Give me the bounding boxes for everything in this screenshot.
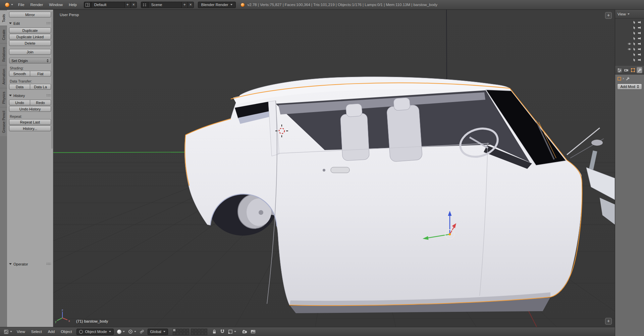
object-menu[interactable]: Object <box>58 330 74 334</box>
menu-render[interactable]: Render <box>28 3 46 7</box>
delete-scene-button[interactable]: × <box>187 2 194 8</box>
renderable-camera-icon[interactable] <box>637 36 641 40</box>
expand-properties-region-button[interactable]: + <box>605 12 612 19</box>
pivot-point-select[interactable] <box>127 329 138 335</box>
mirror-button[interactable]: Mirror <box>9 12 51 17</box>
layer-cell[interactable] <box>204 329 207 332</box>
mode-select[interactable]: Object Mode <box>76 329 113 335</box>
screen-layout-name[interactable]: Default <box>92 2 124 8</box>
selectable-cursor-icon[interactable] <box>632 47 636 51</box>
operator-panel-header[interactable]: Operator <box>9 261 51 267</box>
history-panel-header[interactable]: History <box>9 93 51 98</box>
renderable-camera-icon[interactable] <box>637 26 641 30</box>
opengl-render-anim-button[interactable] <box>249 329 257 335</box>
duplicate-linked-button[interactable]: Duplicate Linked <box>9 34 51 40</box>
outliner-item-row[interactable] <box>615 46 643 52</box>
snap-element-select[interactable] <box>227 329 237 335</box>
layer-cell[interactable] <box>198 332 201 335</box>
shelf-tab-grease-pencil[interactable]: Grease Pencil <box>0 107 7 136</box>
renderable-camera-icon[interactable] <box>637 52 641 56</box>
renderable-camera-icon[interactable] <box>637 20 641 24</box>
outliner-item-row[interactable] <box>615 52 643 57</box>
layer-cell[interactable] <box>204 332 207 335</box>
layer-cell[interactable] <box>183 332 186 335</box>
delete-screen-button[interactable]: × <box>130 2 137 8</box>
add-scene-button[interactable]: + <box>181 2 187 8</box>
layer-cell[interactable] <box>179 332 182 335</box>
outliner-item-row[interactable] <box>615 19 643 25</box>
pivot-center-toggle[interactable] <box>138 329 146 335</box>
layer-cell[interactable] <box>194 332 197 335</box>
outliner-item-row[interactable] <box>615 41 643 46</box>
layer-cell[interactable] <box>183 329 186 332</box>
screen-layout-icon[interactable] <box>84 2 92 8</box>
selectable-cursor-icon[interactable] <box>632 58 636 62</box>
join-button[interactable]: Join <box>9 49 51 55</box>
tab-object-icon[interactable] <box>630 67 636 73</box>
layer-cell[interactable] <box>191 332 194 335</box>
shelf-scrollbar[interactable] <box>51 11 53 149</box>
repeat-last-button[interactable]: Repeat Last <box>9 119 51 125</box>
renderable-camera-icon[interactable] <box>637 31 641 35</box>
outliner-item-row[interactable] <box>615 30 643 36</box>
shelf-tab-create[interactable]: Create <box>0 26 7 44</box>
viewport-shading-select[interactable] <box>116 329 126 335</box>
renderable-camera-icon[interactable] <box>637 42 641 46</box>
selectable-cursor-icon[interactable] <box>632 20 636 24</box>
transform-orientation-select[interactable]: Global <box>148 329 168 335</box>
snap-toggle[interactable] <box>219 329 226 335</box>
scene-icon[interactable] <box>141 2 149 8</box>
renderable-camera-icon[interactable] <box>637 58 641 62</box>
shade-flat-button[interactable]: Flat <box>30 71 51 77</box>
viewport-3d[interactable]: Tools Create Relations Animation Physics… <box>0 10 615 327</box>
visibility-eye-icon[interactable] <box>627 42 631 46</box>
layer-cell[interactable] <box>186 332 189 335</box>
add-menu[interactable]: Add <box>45 330 57 334</box>
data-transfer-layout-button[interactable]: Data La <box>30 84 51 90</box>
panel-grip-icon[interactable] <box>46 94 51 97</box>
selectable-cursor-icon[interactable] <box>632 42 636 46</box>
menu-window[interactable]: Window <box>46 3 66 7</box>
tab-modifiers-icon[interactable] <box>637 67 642 73</box>
undo-history-button[interactable]: Undo History <box>9 106 51 112</box>
redo-button[interactable]: Redo <box>30 100 51 105</box>
panel-grip-icon[interactable] <box>46 262 51 266</box>
opengl-render-button[interactable] <box>241 329 249 335</box>
selectable-cursor-icon[interactable] <box>632 52 636 56</box>
outliner-item-row[interactable] <box>615 57 643 62</box>
menu-file[interactable]: File <box>15 3 28 7</box>
layer-cell[interactable] <box>191 329 194 332</box>
layer-cell[interactable] <box>179 329 182 332</box>
shelf-tab-relations[interactable]: Relations <box>0 43 7 65</box>
undo-button[interactable]: Undo <box>9 100 30 105</box>
outliner-item-row[interactable] <box>615 25 643 30</box>
duplicate-button[interactable]: Duplicate <box>9 28 51 33</box>
properties-editor-type-icon[interactable] <box>617 67 623 73</box>
view-menu[interactable]: View <box>14 330 28 334</box>
selectable-cursor-icon[interactable] <box>632 26 636 30</box>
delete-button[interactable]: Delete <box>9 40 51 46</box>
scene-name[interactable]: Scene <box>149 2 181 8</box>
panel-grip-icon[interactable] <box>46 22 51 25</box>
shade-smooth-button[interactable]: Smooth <box>9 71 30 77</box>
editor-type-button[interactable] <box>2 329 13 335</box>
history-list-button[interactable]: History... <box>9 126 51 131</box>
layer-cell[interactable] <box>201 332 204 335</box>
layer-cell[interactable] <box>173 329 176 332</box>
shelf-tab-tools[interactable]: Tools <box>0 10 7 26</box>
add-screen-button[interactable]: + <box>124 2 130 8</box>
shelf-tab-animation[interactable]: Animation <box>0 65 7 88</box>
data-transfer-data-button[interactable]: Data <box>9 84 30 90</box>
layer-cell[interactable] <box>194 329 197 332</box>
render-engine-select[interactable]: Blender Render <box>198 2 236 8</box>
renderable-camera-icon[interactable] <box>637 47 641 51</box>
layer-cell[interactable] <box>186 329 189 332</box>
selectable-cursor-icon[interactable] <box>632 36 636 40</box>
edit-panel-header[interactable]: Edit <box>9 21 51 26</box>
set-origin-dropdown[interactable]: Set Origin <box>9 58 51 63</box>
expand-region-button[interactable]: + <box>605 318 612 325</box>
select-menu[interactable]: Select <box>29 330 45 334</box>
outliner-view-menu[interactable]: View <box>618 12 626 16</box>
shelf-tab-physics[interactable]: Physics <box>0 88 7 107</box>
layer-cell[interactable] <box>176 329 179 332</box>
